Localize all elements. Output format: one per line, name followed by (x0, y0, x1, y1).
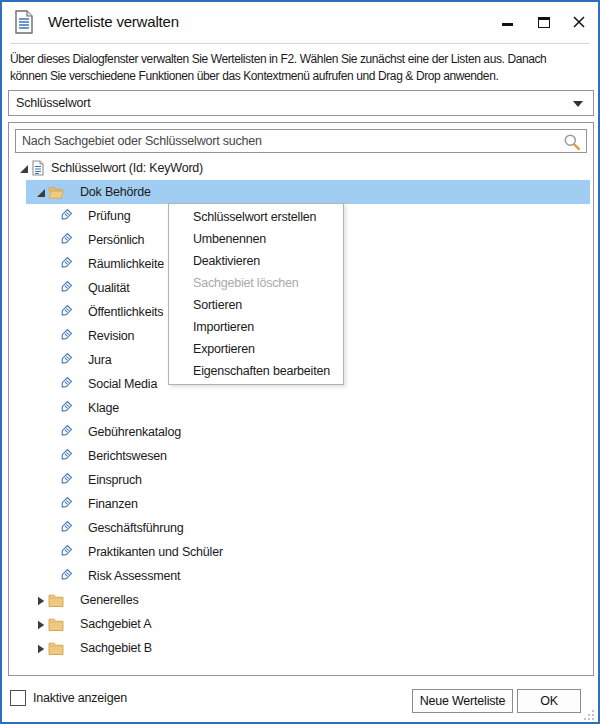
tree-row-dok-behörde[interactable]: Dok Behörde (9, 180, 593, 204)
tag-icon (59, 520, 75, 536)
tree-row-sachgebiet-b[interactable]: Sachgebiet B (9, 636, 593, 660)
menu-item-importieren[interactable]: Importieren (169, 316, 343, 338)
tree-row-label: Finanzen (88, 492, 138, 516)
collapse-arrow-icon[interactable] (19, 163, 29, 173)
tree-row-einspruch[interactable]: Einspruch (9, 468, 593, 492)
tree-row-label: Berichtswesen (88, 444, 167, 468)
tag-icon (59, 544, 75, 560)
tree-row-label: Gebührenkatalog (88, 420, 181, 444)
tag-icon (59, 424, 75, 440)
tree-row-label: Social Media (88, 372, 157, 396)
dialog-werteliste-verwalten: Werteliste verwalten Über dieses Dialogf… (0, 0, 600, 724)
tree-row-label: Geschäftsführung (88, 516, 183, 540)
tree-row-label: Prüfung (88, 204, 130, 228)
tag-icon (59, 376, 75, 392)
tree-row-label: Persönlich (88, 228, 144, 252)
tree-row-label: Schlüsselwort (Id: KeyWord) (51, 156, 203, 180)
description-line: können Sie verschiedene Funktionen über … (10, 68, 596, 85)
tag-icon (59, 280, 75, 296)
tag-icon (59, 472, 75, 488)
expand-arrow-icon[interactable] (36, 595, 46, 605)
tree-row-klage[interactable]: Klage (9, 396, 593, 420)
tag-icon (59, 448, 75, 464)
tree-row-label: Dok Behörde (80, 180, 151, 204)
dialog-description: Über dieses Dialogfenster verwalten Sie … (10, 51, 596, 85)
tree-row-label: Sachgebiet B (80, 636, 152, 660)
tag-icon (59, 568, 75, 584)
tree-row-label: Jura (88, 348, 112, 372)
document-icon (30, 160, 46, 176)
tree-row-praktikanten-und-schüler[interactable]: Praktikanten und Schüler (9, 540, 593, 564)
collapse-arrow-icon[interactable] (36, 187, 46, 197)
tree-row-risk-assessment[interactable]: Risk Assessment (9, 564, 593, 588)
tag-icon (59, 304, 75, 320)
tree-row-label: Generelles (80, 588, 138, 612)
search-box (15, 129, 587, 153)
close-icon (573, 16, 585, 28)
ok-button[interactable]: OK (517, 689, 581, 713)
tree-row-sachgebiet-a[interactable]: Sachgebiet A (9, 612, 593, 636)
minimize-icon (502, 23, 513, 26)
description-line: Über dieses Dialogfenster verwalten Sie … (10, 51, 596, 68)
folder-icon (48, 592, 64, 608)
tree-row-geschäftsführung[interactable]: Geschäftsführung (9, 516, 593, 540)
context-menu: Schlüsselwort erstellenUmbenennenDeaktiv… (168, 203, 344, 385)
title-bar: Werteliste verwalten (2, 2, 598, 43)
list-type-value: Schlüsselwort (16, 96, 91, 110)
minimize-button[interactable] (492, 8, 522, 36)
tag-icon (59, 352, 75, 368)
tree-row-gebührenkatalog[interactable]: Gebührenkatalog (9, 420, 593, 444)
search-input[interactable] (16, 130, 586, 152)
tree-row-label: Öffentlichkeits (88, 300, 163, 324)
menu-item-exportieren[interactable]: Exportieren (169, 338, 343, 360)
menu-item-sachgebiet-löschen: Sachgebiet löschen (169, 272, 343, 294)
tag-icon (59, 400, 75, 416)
tree-row-label: Qualität (88, 276, 129, 300)
titlebar-divider (10, 43, 590, 44)
tree-row-label: Revision (88, 324, 134, 348)
resize-grip[interactable] (583, 707, 595, 719)
inaktive-anzeigen-checkbox[interactable] (10, 690, 26, 706)
menu-item-sortieren[interactable]: Sortieren (169, 294, 343, 316)
tree-row-label: Einspruch (88, 468, 142, 492)
tree-row-label: Praktikanten und Schüler (88, 540, 223, 564)
menu-item-eigenschaften-bearbeiten[interactable]: Eigenschaften bearbeiten (169, 360, 343, 382)
chevron-down-icon (573, 101, 583, 107)
maximize-icon (538, 17, 550, 28)
folder-icon (48, 640, 64, 656)
maximize-button[interactable] (529, 8, 559, 36)
tree-row-berichtswesen[interactable]: Berichtswesen (9, 444, 593, 468)
menu-item-umbenennen[interactable]: Umbenennen (169, 228, 343, 250)
tree-row-label: Sachgebiet A (80, 612, 151, 636)
tree-row-schlüsselwort-id-keyword[interactable]: Schlüsselwort (Id: KeyWord) (9, 156, 593, 180)
tag-icon (59, 256, 75, 272)
list-type-dropdown[interactable]: Schlüsselwort (8, 90, 594, 116)
tag-icon (59, 232, 75, 248)
tree-row-finanzen[interactable]: Finanzen (9, 492, 593, 516)
neue-werteliste-button[interactable]: Neue Werteliste (412, 689, 513, 713)
checkbox-label: Inaktive anzeigen (33, 691, 127, 705)
menu-item-schlüsselwort-erstellen[interactable]: Schlüsselwort erstellen (169, 206, 343, 228)
close-button[interactable] (564, 8, 594, 36)
folder-open-icon (48, 184, 64, 200)
expand-arrow-icon[interactable] (36, 619, 46, 629)
tree-row-label: Klage (88, 396, 119, 420)
expand-arrow-icon[interactable] (36, 643, 46, 653)
tag-icon (59, 208, 75, 224)
tree-row-label: Risk Assessment (88, 564, 180, 588)
tag-icon (59, 496, 75, 512)
tree-row-label: Räumlichkeite (88, 252, 164, 276)
search-icon[interactable] (563, 133, 581, 151)
tag-icon (59, 328, 75, 344)
dialog-title: Werteliste verwalten (48, 13, 179, 30)
tree-row-generelles[interactable]: Generelles (9, 588, 593, 612)
folder-icon (48, 616, 64, 632)
menu-item-deaktivieren[interactable]: Deaktivieren (169, 250, 343, 272)
value-list-icon (14, 10, 34, 34)
